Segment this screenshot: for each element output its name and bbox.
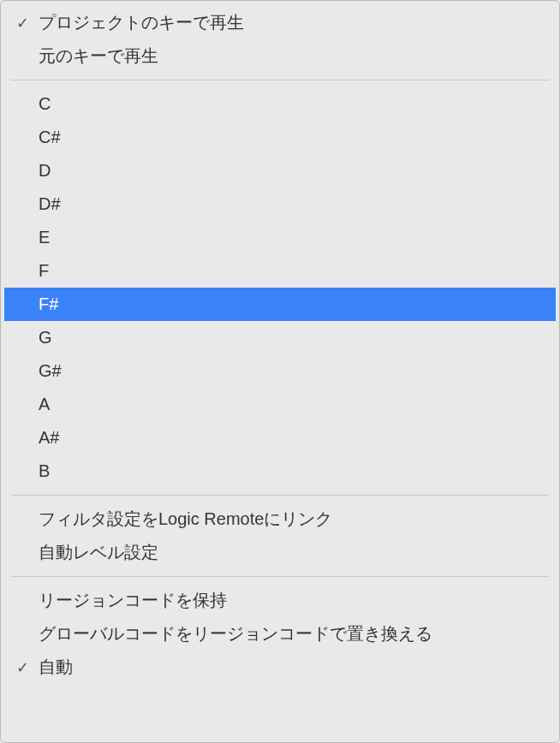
menu-item-key-f[interactable]: F [1, 254, 559, 288]
menu-item-key-c[interactable]: C [1, 87, 559, 121]
menu-item-label: E [39, 228, 50, 247]
menu-item-key-asharp[interactable]: A# [1, 421, 559, 455]
menu-item-label: プロジェクトのキーで再生 [39, 11, 244, 34]
menu-item-auto-level[interactable]: 自動レベル設定 [1, 536, 559, 569]
menu-item-auto[interactable]: ✓ 自動 [1, 651, 559, 684]
menu-item-label: フィルタ設定をLogic Remoteにリンク [39, 508, 332, 531]
menu-item-keep-region-chord[interactable]: リージョンコードを保持 [1, 584, 559, 617]
menu-item-label: グローバルコードをリージョンコードで置き換える [39, 622, 432, 645]
menu-item-replace-global-with-region-chord[interactable]: グローバルコードをリージョンコードで置き換える [1, 617, 559, 651]
menu-item-label: A [39, 395, 50, 414]
checkmark-icon: ✓ [16, 658, 39, 677]
menu-separator [11, 495, 549, 496]
menu-item-key-b[interactable]: B [1, 455, 559, 488]
menu-item-play-original-key[interactable]: 元のキーで再生 [1, 39, 559, 73]
menu-item-label: C# [39, 128, 61, 147]
menu-item-key-csharp[interactable]: C# [1, 121, 559, 154]
menu-item-label: G [39, 328, 52, 348]
context-menu: ✓ プロジェクトのキーで再生 元のキーで再生 C C# D D# E F F# … [1, 6, 559, 684]
menu-item-play-project-key[interactable]: ✓ プロジェクトのキーで再生 [1, 6, 559, 39]
menu-item-key-dsharp[interactable]: D# [1, 187, 559, 221]
menu-item-key-e[interactable]: E [1, 221, 559, 254]
menu-item-label: 元のキーで再生 [39, 45, 158, 68]
menu-item-label: D# [39, 194, 61, 214]
menu-item-key-a[interactable]: A [1, 388, 559, 421]
menu-item-key-d[interactable]: D [1, 154, 559, 187]
menu-item-key-fsharp[interactable]: F# [4, 288, 556, 321]
menu-item-label: D [39, 161, 51, 181]
checkmark-icon: ✓ [16, 14, 39, 33]
menu-item-link-filter-logic-remote[interactable]: フィルタ設定をLogic Remoteにリンク [1, 502, 559, 536]
menu-separator [11, 576, 549, 577]
menu-item-label: F [39, 261, 49, 281]
menu-item-label: B [39, 461, 50, 481]
menu-item-label: C [39, 94, 51, 114]
menu-item-label: 自動 [39, 656, 73, 679]
menu-item-label: リージョンコードを保持 [39, 589, 227, 612]
menu-item-key-gsharp[interactable]: G# [1, 354, 559, 388]
menu-item-label: 自動レベル設定 [39, 541, 158, 564]
menu-item-label: G# [39, 361, 62, 381]
menu-item-label: A# [39, 428, 59, 448]
menu-separator [11, 80, 549, 80]
menu-item-key-g[interactable]: G [1, 321, 559, 354]
menu-item-label: F# [39, 294, 58, 314]
